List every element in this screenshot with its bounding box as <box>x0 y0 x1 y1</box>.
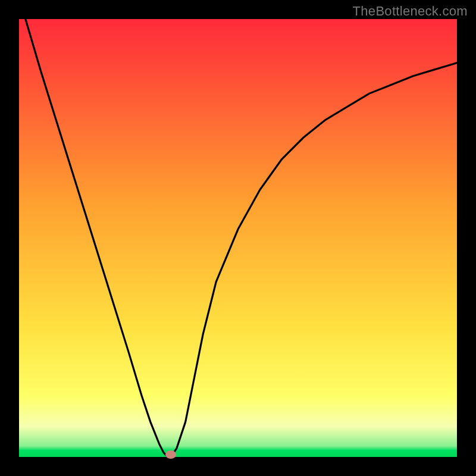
watermark-text: TheBottleneck.com <box>353 4 468 19</box>
optimal-point-marker <box>165 450 176 459</box>
chart-frame: TheBottleneck.com <box>0 0 476 476</box>
bottleneck-curve <box>19 19 457 457</box>
plot-area <box>19 19 457 457</box>
